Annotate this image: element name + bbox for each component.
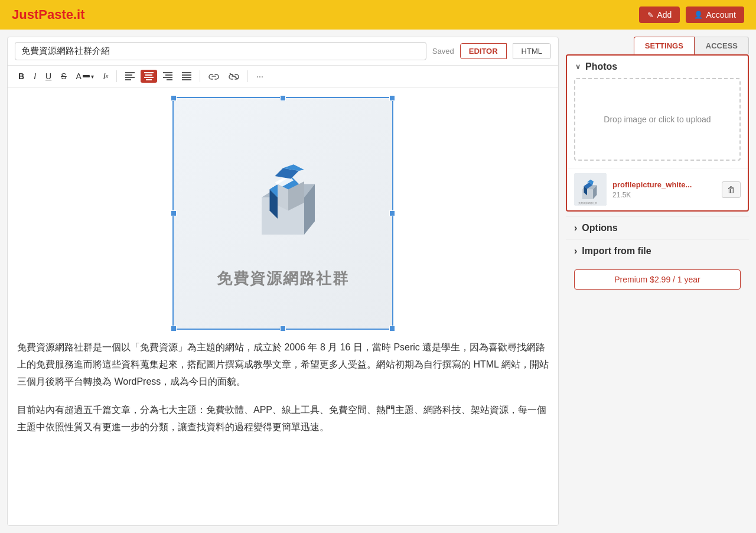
title-bar: Saved EDITOR HTML <box>8 37 558 66</box>
svg-rect-1 <box>125 74 132 76</box>
main-container: Saved EDITOR HTML B I U S A ▾ Ix <box>0 30 756 533</box>
svg-rect-0 <box>125 72 135 73</box>
svg-rect-10 <box>163 77 172 78</box>
color-dropdown-icon: ▾ <box>91 73 94 80</box>
unlink-icon <box>229 72 239 80</box>
svg-rect-14 <box>182 77 191 78</box>
color-label: A <box>76 72 81 81</box>
editor-area: Saved EDITOR HTML B I U S A ▾ Ix <box>7 37 559 526</box>
svg-rect-6 <box>144 77 154 78</box>
header: JustPaste.it ✎ Add 👤 Account <box>0 0 756 30</box>
unlink-button[interactable] <box>225 70 243 83</box>
resize-handle-tc[interactable] <box>280 95 286 101</box>
strikethrough-button[interactable]: S <box>57 69 70 83</box>
photos-chevron-icon <box>575 63 581 71</box>
align-center-icon <box>144 72 154 80</box>
editor-content: 免費資源網路社群 免費資源網路社群是一個以「免費資源」為主題的網站，成立於 20… <box>8 87 558 525</box>
svg-rect-9 <box>165 74 172 76</box>
svg-rect-5 <box>145 74 152 76</box>
photo-name: profilepicture_white... <box>612 180 716 189</box>
italic-button[interactable]: I <box>30 69 40 83</box>
align-right-button[interactable] <box>159 70 176 83</box>
resize-handle-ml[interactable] <box>171 210 177 216</box>
align-justify-icon <box>182 72 191 80</box>
premium-button[interactable]: Premium $2.99 / 1 year <box>574 269 741 290</box>
align-left-button[interactable] <box>122 70 138 83</box>
account-button[interactable]: 👤 Account <box>686 6 744 23</box>
photo-item: 免費資源網路社群 profilepicture_white... 21.5K 🗑 <box>567 168 748 210</box>
options-header[interactable]: Options <box>574 223 741 233</box>
color-swatch <box>83 75 90 77</box>
link-button[interactable] <box>205 70 223 83</box>
body-text-1: 免費資源網路社群是一個以「免費資源」為主題的網站，成立於 2006 年 8 月 … <box>17 339 549 390</box>
tab-access[interactable]: ACCESS <box>695 37 749 54</box>
underline-button[interactable]: U <box>42 69 55 83</box>
drop-zone-text: Drop image or click to upload <box>604 115 711 124</box>
tab-editor[interactable]: EDITOR <box>460 43 507 59</box>
toolbar-divider-1 <box>116 70 117 82</box>
photo-thumb-svg: 免費資源網路社群 <box>574 173 607 206</box>
tab-html[interactable]: HTML <box>513 43 551 59</box>
svg-rect-13 <box>182 74 191 76</box>
user-icon: 👤 <box>694 11 703 19</box>
svg-text:免費資源網路社群: 免費資源網路社群 <box>578 202 597 204</box>
image-caption: 免費資源網路社群 <box>217 268 349 289</box>
saved-badge: Saved <box>432 47 454 56</box>
toolbar: B I U S A ▾ Ix <box>8 66 558 87</box>
options-section: Options <box>566 216 749 239</box>
logo: JustPaste.it <box>12 7 85 22</box>
header-actions: ✎ Add 👤 Account <box>639 6 744 23</box>
svg-rect-2 <box>125 77 135 78</box>
link-icon <box>208 72 219 80</box>
resize-handle-bl[interactable] <box>171 326 177 332</box>
photo-size: 21.5K <box>612 191 716 199</box>
svg-rect-11 <box>167 79 172 80</box>
sidebar-tabs-area: SETTINGS ACCESS <box>566 37 749 54</box>
align-center-button[interactable] <box>141 70 157 83</box>
options-chevron-icon <box>574 223 577 233</box>
edit-icon: ✎ <box>647 11 654 20</box>
import-chevron-icon <box>574 246 577 256</box>
resize-handle-br[interactable] <box>389 326 395 332</box>
import-section: Import from file <box>566 239 749 262</box>
import-header[interactable]: Import from file <box>574 246 741 256</box>
svg-rect-15 <box>182 79 191 80</box>
logo-just: Just <box>12 7 38 22</box>
settings-panel: Photos Drop image or click to upload <box>566 54 749 212</box>
resize-handle-tr[interactable] <box>389 95 395 101</box>
drop-zone[interactable]: Drop image or click to upload <box>574 78 741 161</box>
photos-title: Photos <box>585 61 617 72</box>
color-button[interactable]: A ▾ <box>72 69 97 83</box>
add-button[interactable]: ✎ Add <box>639 6 680 23</box>
align-left-icon <box>125 72 135 80</box>
photo-thumbnail: 免費資源網路社群 <box>574 173 607 206</box>
image-wrapper[interactable]: 免費資源網路社群 <box>172 97 393 330</box>
resize-handle-mr[interactable] <box>389 210 395 216</box>
image-container: 免費資源網路社群 <box>17 97 549 330</box>
align-right-icon <box>163 72 172 80</box>
options-title: Options <box>582 223 617 233</box>
settings-tab-group: SETTINGS ACCESS <box>634 37 749 54</box>
resize-handle-tl[interactable] <box>171 95 177 101</box>
svg-rect-7 <box>146 79 152 80</box>
svg-rect-8 <box>163 72 172 73</box>
resize-handle-bc[interactable] <box>280 326 286 332</box>
svg-rect-12 <box>182 72 191 73</box>
delete-photo-button[interactable]: 🗑 <box>722 181 741 198</box>
svg-rect-3 <box>125 79 131 80</box>
bold-button[interactable]: B <box>15 69 28 83</box>
right-sidebar: SETTINGS ACCESS Photos Drop image or cli… <box>566 37 749 526</box>
more-button[interactable]: ··· <box>253 69 267 83</box>
photos-section-header[interactable]: Photos <box>567 56 748 78</box>
clear-format-button[interactable]: Ix <box>100 69 112 83</box>
align-justify-button[interactable] <box>178 70 195 83</box>
logo-svg <box>230 138 336 256</box>
import-title: Import from file <box>582 246 651 256</box>
logo-paste: Paste <box>38 7 73 22</box>
svg-rect-4 <box>144 72 154 73</box>
title-input[interactable] <box>15 42 426 60</box>
tab-settings[interactable]: SETTINGS <box>634 37 695 54</box>
editor-image: 免費資源網路社群 <box>174 98 392 329</box>
body-text-2: 目前站內有超過五千篇文章，分為七大主題：免費軟體、APP、線上工具、免費空間、熱… <box>17 402 549 436</box>
photo-info: profilepicture_white... 21.5K <box>612 180 716 199</box>
